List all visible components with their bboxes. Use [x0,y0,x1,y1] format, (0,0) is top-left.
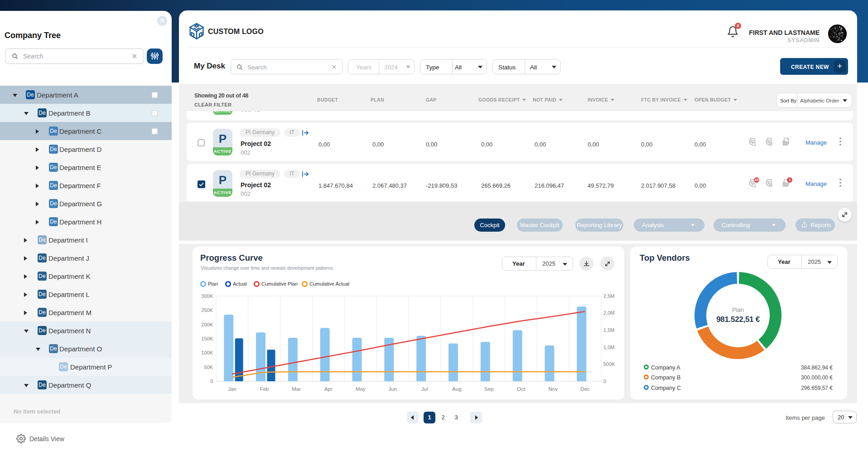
svg-text:2,5M: 2,5M [603,293,614,299]
svg-text:Nov: Nov [548,386,558,392]
svg-text:200K: 200K [201,322,213,327]
svg-text:Aug: Aug [452,386,461,392]
svg-text:0: 0 [210,379,213,384]
svg-text:Mar: Mar [292,386,301,392]
svg-text:Apr: Apr [324,386,333,392]
svg-text:Feb: Feb [260,386,269,392]
svg-text:Plan: Plan [732,306,744,313]
svg-text:100K: 100K [201,350,213,355]
svg-text:Sep: Sep [484,386,493,392]
svg-text:250K: 250K [201,307,213,313]
svg-text:Jan: Jan [228,386,236,392]
svg-text:1,0M: 1,0M [603,345,614,350]
svg-text:May: May [356,386,366,392]
svg-text:2,0M: 2,0M [603,310,614,316]
svg-text:981.522,51 €: 981.522,51 € [716,315,760,324]
svg-text:1,5M: 1,5M [603,327,614,333]
svg-text:50K: 50K [204,365,213,370]
svg-text:500K: 500K [603,361,615,367]
svg-text:Jun: Jun [388,386,397,392]
svg-text:150K: 150K [201,336,213,341]
svg-text:300K: 300K [201,293,213,299]
svg-text:Jul: Jul [421,386,428,392]
svg-text:Dec: Dec [580,386,590,392]
svg-text:Oct: Oct [517,386,526,392]
svg-text:0: 0 [603,379,606,384]
